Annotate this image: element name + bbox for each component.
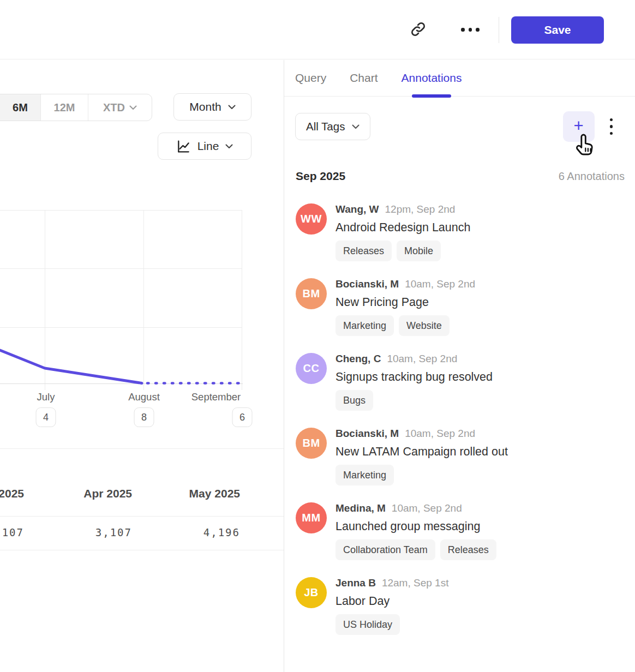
- save-button[interactable]: Save: [511, 16, 604, 44]
- table-border-top: [0, 448, 284, 449]
- more-options-button[interactable]: [458, 18, 482, 42]
- section-annotation-count: 6 Annotations: [559, 170, 625, 183]
- annotation-tag: US Holiday: [336, 614, 400, 635]
- chart-series-line: [0, 350, 142, 383]
- annotation-tag: Mobile: [397, 241, 441, 261]
- chart-type-dropdown[interactable]: Line: [158, 133, 251, 160]
- annotation-count-badge-september[interactable]: 6: [232, 407, 253, 427]
- annotation-author: Jenna B: [336, 577, 376, 589]
- annotation-list: WW Wang, W 12pm, Sep 2nd Android Redesig…: [296, 203, 625, 635]
- annotation-author: Medina, M: [336, 502, 386, 514]
- annotation-timestamp: 10am, Sep 2nd: [387, 353, 457, 365]
- chart-panel: 6M 12M XTD Month Line: [0, 60, 284, 672]
- panel-tabs: Query Chart Annotations: [284, 60, 635, 97]
- x-axis-label-july: July: [37, 391, 55, 403]
- annotation-title: New LATAM Campaign rolled out: [336, 442, 508, 461]
- annotation-item[interactable]: JB Jenna B 12am, Sep 1st Labor Day US Ho…: [296, 577, 625, 635]
- chart-gridlines: [0, 210, 243, 390]
- annotations-toolbar: All Tags +: [295, 111, 625, 142]
- avatar: MM: [296, 502, 327, 533]
- all-tags-label: All Tags: [306, 120, 345, 133]
- avatar: CC: [296, 353, 327, 384]
- header-divider: [499, 17, 499, 43]
- tab-annotations[interactable]: Annotations: [402, 60, 462, 96]
- annotation-title: New Pricing Page: [336, 293, 475, 311]
- avatar: BM: [296, 428, 327, 459]
- annotation-timestamp: 10am, Sep 2nd: [405, 428, 475, 440]
- annotation-item[interactable]: BM Bocianski, M 10am, Sep 2nd New Pricin…: [296, 278, 625, 336]
- section-month-title: Sep 2025: [296, 170, 345, 183]
- annotation-tag: Bugs: [336, 390, 373, 411]
- line-chart[interactable]: [0, 210, 284, 392]
- annotation-author: Bocianski, M: [336, 278, 399, 290]
- table-border-bottom: [0, 550, 284, 550]
- annotation-title: Android Redesign Launch: [336, 218, 470, 237]
- annotation-author: Cheng, C: [336, 353, 381, 365]
- avatar: WW: [296, 203, 327, 235]
- table-header-may: May 2025: [189, 487, 240, 500]
- table-value-mar: 107: [2, 526, 24, 538]
- chevron-down-icon: [129, 105, 137, 110]
- date-range-segmented-control: 6M 12M XTD: [0, 94, 152, 121]
- annotation-tag: Marketing: [336, 315, 394, 336]
- annotation-item[interactable]: CC Cheng, C 10am, Sep 2nd Signups tracki…: [296, 353, 625, 411]
- chevron-down-icon: [228, 105, 236, 110]
- tab-chart[interactable]: Chart: [350, 60, 378, 96]
- range-tab-xtd-label: XTD: [103, 101, 125, 114]
- line-chart-icon: [176, 139, 191, 154]
- tab-query[interactable]: Query: [295, 60, 326, 96]
- granularity-dropdown[interactable]: Month: [173, 93, 251, 121]
- chevron-down-icon: [225, 144, 233, 149]
- x-axis-label-september: September: [191, 391, 241, 403]
- avatar: BM: [296, 278, 327, 309]
- active-tab-underline: [412, 94, 451, 98]
- annotation-item[interactable]: MM Medina, M 10am, Sep 2nd Launched grou…: [296, 502, 625, 560]
- annotation-count-badge-august[interactable]: 8: [134, 407, 154, 427]
- annotation-title: Signups tracking bug resolved: [336, 368, 493, 386]
- granularity-label: Month: [189, 100, 221, 113]
- tab-chart-label: Chart: [350, 71, 378, 85]
- range-tab-12m[interactable]: 12M: [40, 94, 88, 121]
- annotation-timestamp: 10am, Sep 2nd: [405, 278, 475, 290]
- annotation-item[interactable]: WW Wang, W 12pm, Sep 2nd Android Redesig…: [296, 203, 625, 261]
- annotation-tag: Website: [399, 315, 450, 336]
- plus-icon: +: [573, 117, 583, 134]
- table-value-may: 4,196: [203, 526, 240, 538]
- kebab-icon: [610, 118, 613, 122]
- annotation-item[interactable]: BM Bocianski, M 10am, Sep 2nd New LATAM …: [296, 428, 625, 485]
- annotation-title: Labor Day: [336, 592, 448, 610]
- range-tab-6m[interactable]: 6M: [0, 94, 40, 121]
- link-icon: [410, 21, 427, 39]
- annotations-menu-button[interactable]: [608, 116, 615, 137]
- annotation-author: Wang, W: [336, 203, 379, 215]
- annotation-timestamp: 12am, Sep 1st: [382, 577, 449, 589]
- x-axis-label-august: August: [128, 391, 160, 403]
- table-border-mid: [0, 516, 284, 517]
- chevron-down-icon: [352, 124, 360, 129]
- annotation-tag: Releases: [336, 241, 392, 261]
- annotation-tag: Collaboration Team: [336, 539, 435, 560]
- range-tab-12m-label: 12M: [54, 101, 75, 114]
- add-annotation-button[interactable]: +: [563, 111, 595, 142]
- share-link-button[interactable]: [406, 18, 430, 42]
- table-header-mar: 2025: [0, 487, 24, 500]
- month-section-header: Sep 2025 6 Annotations: [296, 170, 625, 183]
- avatar: JB: [296, 577, 327, 608]
- table-value-apr: 3,107: [95, 526, 132, 538]
- annotation-author: Bocianski, M: [336, 428, 399, 440]
- tab-query-label: Query: [295, 71, 326, 85]
- range-tab-6m-label: 6M: [13, 101, 28, 114]
- top-bar: Save: [0, 0, 635, 59]
- ellipsis-icon: [461, 28, 480, 32]
- annotation-count-badge-july[interactable]: 4: [36, 407, 56, 427]
- all-tags-filter-dropdown[interactable]: All Tags: [295, 113, 370, 140]
- annotations-panel: Query Chart Annotations All Tags +: [284, 60, 635, 672]
- annotation-timestamp: 12pm, Sep 2nd: [385, 203, 456, 215]
- range-tab-xtd[interactable]: XTD: [88, 94, 152, 121]
- annotation-title: Launched group messaging: [336, 517, 496, 536]
- tab-annotations-label: Annotations: [402, 71, 462, 85]
- table-header-apr: Apr 2025: [83, 487, 132, 500]
- annotation-tag: Marketing: [336, 465, 394, 485]
- annotation-tag: Releases: [440, 539, 496, 560]
- annotation-timestamp: 10am, Sep 2nd: [392, 502, 462, 514]
